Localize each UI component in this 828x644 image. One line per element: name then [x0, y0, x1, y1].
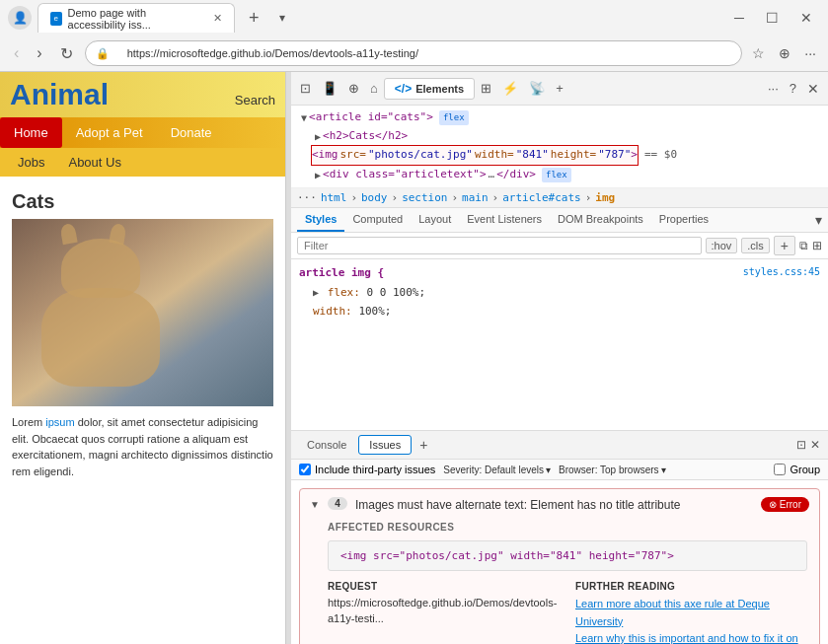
nav-about[interactable]: About Us: [58, 150, 130, 175]
tab-title: Demo page with accessibility iss...: [68, 7, 203, 31]
issues-tab[interactable]: Issues: [358, 435, 412, 455]
devtools-search-icon[interactable]: ⊕: [343, 78, 364, 99]
search-link[interactable]: Search: [235, 93, 275, 107]
tab-dropdown-btn[interactable]: ▾: [273, 9, 291, 27]
devtools-close-btn[interactable]: ✕: [802, 78, 824, 100]
dom-line-div: ▶ <div class="articletext"> … </div> fle…: [297, 166, 822, 184]
devtools-network-icon[interactable]: ⊞: [476, 78, 496, 99]
further-reading-link-1[interactable]: Learn why this is important and how to f…: [575, 630, 807, 644]
refresh-btn[interactable]: ↻: [54, 42, 79, 65]
browser-chrome: 👤 e Demo page with accessibility iss... …: [0, 0, 828, 72]
tab-event-listeners[interactable]: Event Listeners: [459, 208, 550, 232]
browser-label: Browser: Top browsers: [559, 465, 659, 475]
devtools-help-icon[interactable]: ?: [785, 78, 801, 99]
maximize-btn[interactable]: ☐: [758, 8, 787, 28]
new-style-rule-icon[interactable]: ⧉: [799, 239, 808, 252]
tab-favicon: e: [50, 12, 62, 26]
issue-header-0[interactable]: ▼ 4 Images must have alternate text: Ele…: [300, 489, 819, 522]
issue-title: Images must have alternate text: Element…: [355, 497, 753, 514]
css-source-link[interactable]: styles.css:45: [743, 263, 820, 281]
tab-computed[interactable]: Computed: [344, 208, 411, 232]
tab-dom-breakpoints[interactable]: DOM Breakpoints: [550, 208, 651, 232]
tab-layout[interactable]: Layout: [411, 208, 459, 232]
forward-btn[interactable]: ›: [31, 42, 47, 64]
devtools-wifi-icon[interactable]: 📡: [524, 78, 550, 99]
minimize-btn[interactable]: ─: [726, 8, 752, 28]
dom-line-img[interactable]: <img src="photos/cat.jpg" width="841" he…: [297, 145, 822, 166]
error-circle-icon: ⊗: [769, 499, 777, 510]
severity-dropdown[interactable]: Severity: Default levels ▾: [443, 465, 551, 475]
nav-jobs[interactable]: Jobs: [8, 150, 54, 175]
console-undock-icon[interactable]: ⊡: [796, 438, 806, 452]
close-btn[interactable]: ✕: [792, 8, 820, 28]
elements-panel-tab[interactable]: </> Elements: [384, 78, 475, 100]
tab-close-btn[interactable]: ✕: [213, 12, 222, 25]
css-prop-flex: ▶ flex: 0 0 100%;: [299, 283, 820, 303]
browser-dropdown[interactable]: Browser: Top browsers ▾: [559, 465, 666, 475]
breadcrumb-dots: ···: [297, 191, 317, 204]
filter-input[interactable]: [297, 237, 702, 254]
triangle-h2[interactable]: ▶: [315, 128, 321, 145]
nav-home[interactable]: Home: [0, 117, 62, 148]
nav-adopt[interactable]: Adopt a Pet: [62, 117, 157, 148]
breadcrumb-img[interactable]: img: [595, 191, 615, 204]
breadcrumb-sep3: ›: [451, 191, 458, 204]
expand-flex-icon[interactable]: ▶: [313, 287, 319, 298]
request-header: REQUEST: [328, 581, 560, 592]
styles-dropdown-btn[interactable]: ▾: [815, 212, 822, 228]
back-btn[interactable]: ‹: [8, 42, 25, 64]
page-body-text: Lorem ipsum dolor, sit amet consectetur …: [12, 414, 273, 479]
request-col: REQUEST https://microsoftedge.github.io/…: [328, 581, 560, 644]
breadcrumb-article[interactable]: article#cats: [502, 191, 580, 204]
new-tab-btn[interactable]: +: [241, 8, 267, 29]
group-label: Group: [790, 464, 820, 475]
breadcrumb-sep1: ›: [350, 191, 357, 204]
issue-count: 4: [328, 497, 347, 510]
devtools-home-icon[interactable]: ⌂: [365, 78, 383, 99]
affected-code: <img src="photos/cat.jpg" width="841" he…: [328, 540, 807, 571]
filter-bar: :hov .cls + ⧉ ⊞: [291, 233, 828, 259]
dom-tree: ▼ <article id="cats"> flex ▶ <h2>Cats</h…: [291, 106, 828, 188]
browser-favorites-icon[interactable]: ☆: [748, 43, 769, 63]
further-reading-link-0[interactable]: Learn more about this axe rule at Deque …: [575, 596, 807, 630]
error-severity-badge: ⊗ Error: [761, 497, 809, 512]
plus-rule-btn[interactable]: +: [774, 236, 795, 255]
console-tab[interactable]: Console: [299, 436, 354, 454]
tab-styles[interactable]: Styles: [297, 208, 344, 232]
add-console-tab-btn[interactable]: +: [419, 437, 427, 453]
expand-issue-icon[interactable]: ▼: [310, 499, 320, 510]
third-party-label: Include third-party issues: [315, 464, 435, 475]
nav-donate[interactable]: Donate: [157, 117, 226, 148]
breadcrumb-section[interactable]: section: [402, 191, 447, 204]
breadcrumb-html[interactable]: html: [321, 191, 347, 204]
devtools-performance-icon[interactable]: ⚡: [497, 78, 523, 99]
browser-more-icon[interactable]: ···: [800, 43, 820, 63]
third-party-check: Include third-party issues: [299, 464, 435, 475]
devtools-plus-icon[interactable]: +: [551, 78, 568, 99]
group-check: Group: [774, 464, 820, 475]
tab-properties[interactable]: Properties: [651, 208, 716, 232]
request-url: https://microsoftedge.github.io/Demos/de…: [328, 596, 560, 626]
url-input[interactable]: [115, 43, 732, 63]
toggle-element-state-icon[interactable]: ⊞: [812, 239, 822, 252]
breadcrumb-body[interactable]: body: [361, 191, 388, 204]
browser-tab[interactable]: e Demo page with accessibility iss... ✕: [38, 3, 235, 33]
breadcrumb-main[interactable]: main: [462, 191, 489, 204]
devtools-device-icon[interactable]: 📱: [317, 78, 342, 99]
console-close-icon[interactable]: ✕: [810, 438, 820, 452]
third-party-checkbox[interactable]: [299, 464, 311, 475]
selected-img-element: <img src="photos/cat.jpg" width="841" he…: [311, 145, 639, 166]
devtools-pointer-icon[interactable]: ⊡: [295, 78, 316, 99]
dom-line-article: ▼ <article id="cats"> flex: [297, 108, 822, 127]
group-checkbox[interactable]: [774, 464, 786, 475]
cls-btn[interactable]: .cls: [741, 238, 770, 253]
browser-collections-icon[interactable]: ⊕: [775, 43, 794, 63]
affected-resources-label: AFFECTED RESOURCES: [328, 522, 807, 533]
hov-btn[interactable]: :hov: [706, 238, 738, 253]
triangle-div[interactable]: ▶: [315, 167, 321, 183]
devtools-panel: ⊡ 📱 ⊕ ⌂ </> Elements ⊞ ⚡ 📡 + ··· ? ✕ ▼ <…: [291, 72, 828, 644]
triangle-article[interactable]: ▼: [301, 109, 307, 126]
browser-chevron: ▾: [661, 465, 666, 475]
webpage-body: Cats Lorem ipsum dolor, sit amet consect…: [0, 177, 285, 644]
devtools-more-icon[interactable]: ···: [763, 78, 784, 99]
